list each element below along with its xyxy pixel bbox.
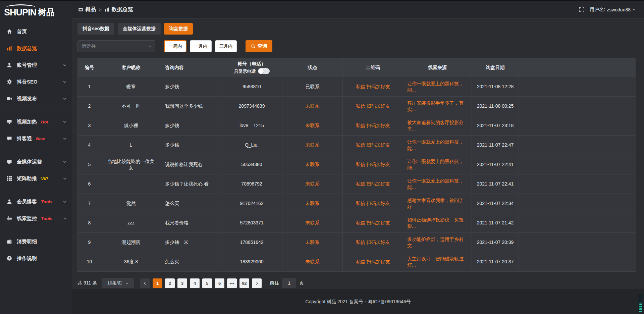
cell-nickname: 潮起潮落 <box>101 233 161 252</box>
sidebar-item-douyin-seo[interactable]: 抖音SEO <box>0 73 72 90</box>
cell-date: 2021-11-08 12:28 <box>472 77 519 96</box>
sidebar: SHUPIN 树品 首页 数据总览 账号管理 抖音SEO 视频发布 <box>0 1 72 314</box>
page-button-6[interactable]: 6 <box>215 278 224 288</box>
sidebar-item-badge: VIP <box>41 176 48 181</box>
cell-source-link[interactable]: 让你一眼就爱上的黑科技，能... <box>403 136 472 155</box>
cell-account: love__1215 <box>221 116 282 135</box>
table-row: 10 36度 8 怎么买 183929060 未联系 私信 扫码加好友 无主灯设… <box>78 252 636 272</box>
sidebar-item-douketong[interactable]: 抖客通 New <box>0 130 72 147</box>
cell-nickname: L <box>101 136 161 155</box>
filter-select[interactable]: 请选择 <box>77 40 155 52</box>
header-date: 询盘日期 <box>472 58 519 77</box>
next-page-button[interactable] <box>252 278 262 288</box>
cell-content: 怎么买 <box>161 252 221 271</box>
app-window: SHUPIN 树品 首页 数据总览 账号管理 抖音SEO 视频发布 <box>0 0 644 314</box>
breadcrumb-item-brand[interactable]: 树品 <box>78 6 96 13</box>
brand-logo[interactable]: SHUPIN 树品 <box>0 2 72 20</box>
page-button-1[interactable]: 1 <box>153 278 162 288</box>
page-button-2[interactable]: 2 <box>165 278 175 288</box>
sidebar-item-home[interactable]: 首页 <box>0 23 72 40</box>
cell-date: 2021-11-07 22:34 <box>472 194 519 213</box>
cell-date: 2021-11-07 22:41 <box>472 174 519 194</box>
cell-content: 说说价格让我死心 <box>161 155 221 174</box>
sidebar-item-label: 抖客通 <box>17 136 32 142</box>
cell-qrcode-link[interactable]: 私信 扫码加好友 <box>343 252 403 271</box>
sidebar-item-video-heat[interactable]: 视频加热 Hot <box>0 113 72 130</box>
username-label: 用户名: <box>590 7 605 13</box>
fullscreen-icon[interactable] <box>579 7 584 12</box>
mini-widget[interactable] <box>638 294 643 313</box>
sidebar-item-data-overview[interactable]: 数据总览 <box>0 40 72 57</box>
cell-source-link[interactable]: 无主灯设计，智能磁吸轨道灯... <box>403 252 472 271</box>
range-button-2[interactable]: 三月内 <box>215 40 237 52</box>
phone-only-toggle[interactable] <box>258 68 270 74</box>
query-label: 查询 <box>258 43 267 49</box>
cell-qrcode-link[interactable]: 私信 扫码加好友 <box>343 213 403 232</box>
cell-source-link[interactable]: 如何正确选择投影仪，买投影... <box>403 213 472 232</box>
sidebar-item-consume-detail[interactable]: 消费明细 <box>0 233 72 250</box>
tab-1[interactable]: 全媒体运营数据 <box>118 23 161 35</box>
cell-content: 我只看价格 <box>161 213 221 232</box>
sidebar-item-clue-monitor[interactable]: 线索监控 Tools <box>0 210 72 227</box>
page-button-4[interactable]: 4 <box>190 278 200 288</box>
cell-qrcode-link[interactable]: 私信 扫码加好友 <box>343 233 403 252</box>
cell-qrcode-link[interactable]: 私信 扫码加好友 <box>343 174 403 194</box>
breadcrumb-item-page[interactable]: 数据总览 <box>105 6 133 13</box>
page-button-5[interactable]: 5 <box>202 278 212 288</box>
sidebar-item-video-publish[interactable]: 视频发布 <box>0 90 72 107</box>
sidebar-item-label: 全媒体运营 <box>17 159 42 165</box>
cell-filler <box>519 174 636 194</box>
tab-2[interactable]: 询盘数据 <box>164 23 193 35</box>
sidebar-item-badge: Tools <box>41 216 52 221</box>
cell-filler <box>519 194 636 213</box>
sidebar-item-matrix-boost[interactable]: 矩阵助推 VIP <box>0 170 72 187</box>
cell-filler <box>519 97 636 116</box>
sidebar-item-label: 视频发布 <box>17 96 37 102</box>
header-content: 咨询内容 <box>161 58 221 77</box>
cell-qrcode-link[interactable]: 私信 扫码加好友 <box>343 136 403 155</box>
cell-qrcode-link[interactable]: 私信 扫码加好友 <box>343 155 403 174</box>
home-icon <box>7 29 12 35</box>
sidebar-item-badge: Tools <box>41 199 52 204</box>
page-buttons: 123456•••92 <box>150 278 249 288</box>
cell-qrcode-link[interactable]: 私信 扫码加好友 <box>343 116 403 135</box>
page-button-92[interactable]: 92 <box>239 278 249 288</box>
sidebar-divider <box>5 230 67 230</box>
goto-page-input[interactable]: 1 <box>282 278 296 288</box>
query-button[interactable]: 查询 <box>246 40 272 52</box>
sidebar-item-media-operation[interactable]: 全媒体运营 <box>0 153 72 170</box>
user-menu[interactable]: 用户名: zswodun88 <box>590 7 636 13</box>
sidebar-item-member-baoke[interactable]: 会员爆客 Tools <box>0 193 72 210</box>
inquiry-table: 编号 客户昵称 咨询内容 帐号（电话） 只显示电话 状态 二维码 线索来源 询盘… <box>77 58 636 272</box>
phone-toggle-label: 只显示电话 <box>234 68 256 74</box>
chevron-down-icon <box>63 97 67 101</box>
cell-source-link[interactable]: 让你一眼就爱上的黑科技，能... <box>403 174 472 194</box>
cell-qrcode-link[interactable]: 私信 扫码加好友 <box>343 194 403 213</box>
cell-date: 2021-11-07 21:42 <box>472 213 519 232</box>
cell-source-link[interactable]: 客厅安装投影半年多了，真实... <box>403 97 472 116</box>
cell-source-link[interactable]: 多功能护栏灯，适用于乡村文... <box>403 233 472 252</box>
footer: Copyright 树品 2021 备案号：粤ICP备09019646号 <box>72 288 644 314</box>
range-button-1[interactable]: 一月内 <box>190 40 212 52</box>
range-button-0[interactable]: 一周内 <box>164 40 186 52</box>
cell-qrcode-link[interactable]: 私信 扫码加好友 <box>343 77 403 96</box>
cell-content: 多少钱一米 <box>161 233 221 252</box>
cell-source-link[interactable]: 让你一眼就爱上的黑科技，能... <box>403 155 472 174</box>
page-size-select[interactable]: 10条/页 <box>102 278 134 288</box>
page-unit-label: 页 <box>299 280 304 286</box>
sidebar-item-account-manage[interactable]: 账号管理 <box>0 57 72 73</box>
page-button-3[interactable]: 3 <box>177 278 187 288</box>
tab-0[interactable]: 抖音seo数据 <box>77 23 114 35</box>
cell-source-link[interactable]: 被大家追着问的客厅投影分享... <box>403 116 472 135</box>
cell-id: 5 <box>78 155 101 174</box>
page-ellipsis-button[interactable]: ••• <box>227 278 237 288</box>
cell-source-link[interactable]: 让你一眼就爱上的黑科技，能... <box>403 77 472 96</box>
cell-qrcode-link[interactable]: 私信 扫码加好友 <box>343 97 403 116</box>
chevron-down-icon <box>125 281 129 285</box>
sidebar-item-operation-guide[interactable]: ? 操作说明 <box>0 250 72 267</box>
prev-page-button[interactable] <box>140 278 150 288</box>
cell-source-link[interactable]: 感谢大家喜欢我家，被问了好... <box>403 194 472 213</box>
table-row: 8 zzz 我只看价格 572803371 未联系 私信 扫码加好友 如何正确选… <box>78 213 636 233</box>
cell-account: Q_Liu. <box>221 136 282 155</box>
breadcrumb-label: 数据总览 <box>112 6 133 13</box>
